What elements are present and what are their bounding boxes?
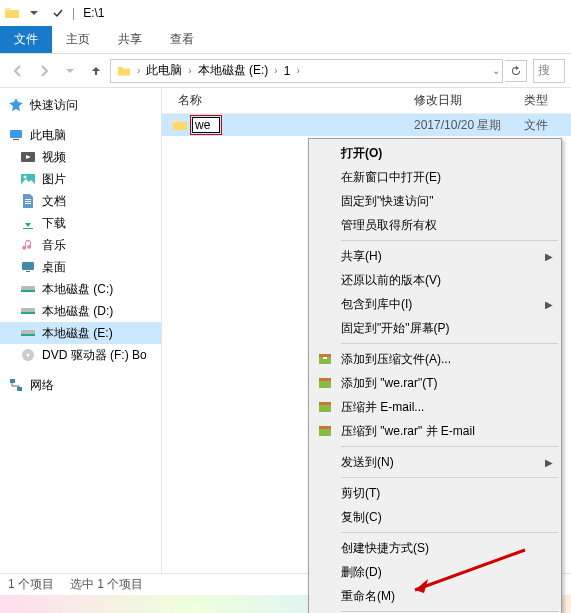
tab-view[interactable]: 查看 bbox=[156, 26, 208, 53]
svg-rect-5 bbox=[23, 228, 33, 229]
sidebar-item-drive-e[interactable]: 本地磁盘 (E:) bbox=[0, 322, 161, 344]
window-title: E:\1 bbox=[83, 6, 104, 20]
sidebar-this-pc[interactable]: 此电脑 bbox=[0, 124, 161, 146]
disc-icon bbox=[20, 347, 36, 363]
menu-pin-start[interactable]: 固定到"开始"屏幕(P) bbox=[311, 316, 559, 340]
tab-home[interactable]: 主页 bbox=[52, 26, 104, 53]
sidebar-label: 本地磁盘 (E:) bbox=[42, 325, 113, 342]
menu-label: 添加到 "we.rar"(T) bbox=[341, 375, 438, 392]
folder-icon bbox=[4, 5, 20, 21]
menu-restore-prev[interactable]: 还原以前的版本(V) bbox=[311, 268, 559, 292]
drive-icon bbox=[20, 325, 36, 341]
sidebar-item-drive-d[interactable]: 本地磁盘 (D:) bbox=[0, 300, 161, 322]
sidebar-label: 文档 bbox=[42, 193, 66, 210]
menu-delete[interactable]: 删除(D) bbox=[311, 560, 559, 584]
breadcrumb-this-pc[interactable]: 此电脑 bbox=[142, 62, 186, 79]
documents-icon bbox=[20, 193, 36, 209]
sidebar-item-desktop[interactable]: 桌面 bbox=[0, 256, 161, 278]
menu-separator bbox=[341, 611, 558, 612]
menu-include-lib[interactable]: 包含到库中(I)▶ bbox=[311, 292, 559, 316]
chevron-right-icon[interactable]: › bbox=[274, 65, 277, 76]
menu-add-archive[interactable]: 添加到压缩文件(A)... bbox=[311, 347, 559, 371]
search-input[interactable]: 搜 bbox=[533, 59, 565, 83]
cell-modified: 2017/10/20 星期 bbox=[414, 117, 524, 134]
menu-compress-email[interactable]: 压缩并 E-mail... bbox=[311, 395, 559, 419]
chevron-right-icon[interactable]: › bbox=[137, 65, 140, 76]
column-name[interactable]: 名称 bbox=[162, 92, 414, 109]
sidebar: 快速访问 此电脑 视频 图片 文档 下载 音乐 桌面 本地磁盘 (C:) 本地磁… bbox=[0, 88, 162, 592]
column-type[interactable]: 类型 bbox=[524, 92, 571, 109]
address-dropdown[interactable]: ⌄ bbox=[492, 65, 500, 76]
qat-dropdown[interactable] bbox=[24, 3, 44, 23]
sidebar-label: 本地磁盘 (D:) bbox=[42, 303, 113, 320]
address-bar[interactable]: › 此电脑 › 本地磁盘 (E:) › 1 › ⌄ bbox=[110, 59, 503, 83]
menu-rename[interactable]: 重命名(M) bbox=[311, 584, 559, 608]
menu-label: 包含到库中(I) bbox=[341, 296, 412, 313]
menu-open[interactable]: 打开(O) bbox=[311, 141, 559, 165]
menu-open-new-window[interactable]: 在新窗口中打开(E) bbox=[311, 165, 559, 189]
menu-compress-to-email[interactable]: 压缩到 "we.rar" 并 E-mail bbox=[311, 419, 559, 443]
sidebar-item-documents[interactable]: 文档 bbox=[0, 190, 161, 212]
menu-cut[interactable]: 剪切(T) bbox=[311, 481, 559, 505]
sidebar-item-dvd[interactable]: DVD 驱动器 (F:) Bo bbox=[0, 344, 161, 366]
menu-label: 发送到(N) bbox=[341, 454, 394, 471]
sidebar-label: 桌面 bbox=[42, 259, 66, 276]
menu-copy[interactable]: 复制(C) bbox=[311, 505, 559, 529]
menu-share[interactable]: 共享(H)▶ bbox=[311, 244, 559, 268]
title-bar: | E:\1 bbox=[0, 0, 571, 26]
chevron-right-icon[interactable]: › bbox=[188, 65, 191, 76]
svg-rect-6 bbox=[22, 262, 34, 270]
qat-check[interactable] bbox=[48, 3, 68, 23]
svg-rect-13 bbox=[21, 334, 35, 336]
menu-send-to[interactable]: 发送到(N)▶ bbox=[311, 450, 559, 474]
nav-recent-dropdown[interactable] bbox=[58, 59, 82, 83]
menu-separator bbox=[341, 477, 558, 478]
column-modified[interactable]: 修改日期 bbox=[414, 92, 524, 109]
sidebar-item-downloads[interactable]: 下载 bbox=[0, 212, 161, 234]
nav-up[interactable] bbox=[84, 59, 108, 83]
sidebar-item-music[interactable]: 音乐 bbox=[0, 234, 161, 256]
sidebar-quick-access[interactable]: 快速访问 bbox=[0, 94, 161, 116]
sidebar-item-videos[interactable]: 视频 bbox=[0, 146, 161, 168]
folder-icon bbox=[172, 117, 188, 133]
menu-admin-own[interactable]: 管理员取得所有权 bbox=[311, 213, 559, 237]
menu-label: 压缩到 "we.rar" 并 E-mail bbox=[341, 423, 475, 440]
sidebar-label: DVD 驱动器 (F:) Bo bbox=[42, 347, 147, 364]
sidebar-network[interactable]: 网络 bbox=[0, 374, 161, 396]
sidebar-item-pictures[interactable]: 图片 bbox=[0, 168, 161, 190]
tab-file[interactable]: 文件 bbox=[0, 26, 52, 53]
breadcrumb-icon bbox=[113, 64, 135, 78]
status-count: 1 个项目 bbox=[8, 576, 54, 593]
svg-rect-11 bbox=[21, 312, 35, 314]
menu-label: 压缩并 E-mail... bbox=[341, 399, 424, 416]
breadcrumb-folder-1[interactable]: 1 bbox=[280, 64, 295, 78]
svg-rect-1 bbox=[13, 139, 19, 140]
svg-rect-26 bbox=[319, 426, 331, 429]
sidebar-label: 网络 bbox=[30, 377, 54, 394]
svg-rect-19 bbox=[319, 354, 331, 357]
nav-back[interactable] bbox=[6, 59, 30, 83]
refresh-button[interactable] bbox=[505, 60, 527, 82]
menu-pin-quick[interactable]: 固定到"快速访问" bbox=[311, 189, 559, 213]
desktop-icon bbox=[20, 259, 36, 275]
tab-share[interactable]: 共享 bbox=[104, 26, 156, 53]
chevron-right-icon[interactable]: › bbox=[296, 65, 299, 76]
menu-label: 添加到压缩文件(A)... bbox=[341, 351, 451, 368]
rename-input[interactable]: we bbox=[192, 117, 220, 133]
svg-rect-22 bbox=[319, 378, 331, 381]
nav-bar: › 此电脑 › 本地磁盘 (E:) › 1 › ⌄ 搜 bbox=[0, 54, 571, 88]
drive-icon bbox=[20, 303, 36, 319]
nav-forward[interactable] bbox=[32, 59, 56, 83]
submenu-arrow-icon: ▶ bbox=[545, 457, 553, 468]
sidebar-label: 本地磁盘 (C:) bbox=[42, 281, 113, 298]
drive-icon bbox=[20, 281, 36, 297]
menu-create-shortcut[interactable]: 创建快捷方式(S) bbox=[311, 536, 559, 560]
breadcrumb-drive-e[interactable]: 本地磁盘 (E:) bbox=[194, 62, 273, 79]
svg-point-15 bbox=[27, 354, 30, 357]
sidebar-item-drive-c[interactable]: 本地磁盘 (C:) bbox=[0, 278, 161, 300]
svg-rect-9 bbox=[21, 290, 35, 292]
winrar-icon bbox=[317, 351, 333, 367]
list-item[interactable]: we 2017/10/20 星期 文件 bbox=[162, 114, 571, 136]
menu-add-to-rar[interactable]: 添加到 "we.rar"(T) bbox=[311, 371, 559, 395]
submenu-arrow-icon: ▶ bbox=[545, 251, 553, 262]
